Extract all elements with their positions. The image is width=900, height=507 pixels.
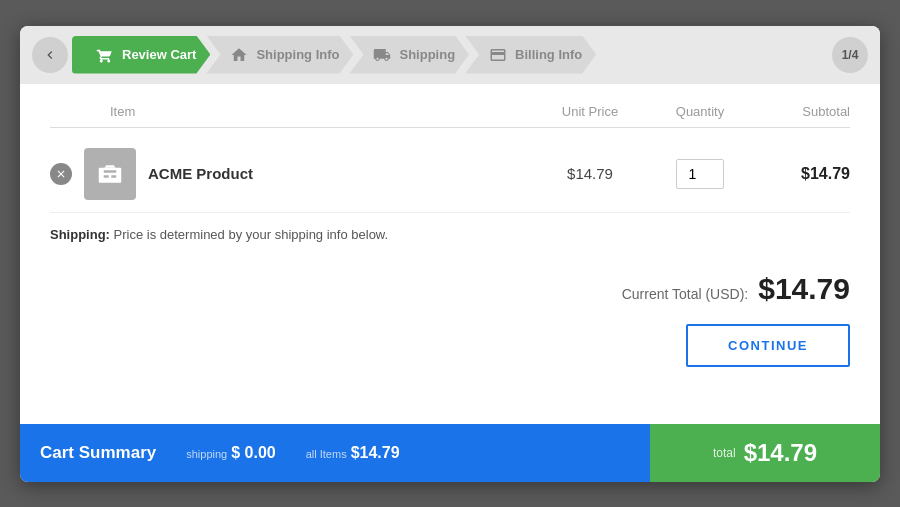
step-shipping-info-label: Shipping Info (256, 47, 339, 62)
header-unit-price: Unit Price (530, 104, 650, 119)
product-image (84, 148, 136, 200)
summary-all-items-value: $14.79 (351, 444, 400, 462)
step-review-cart-label: Review Cart (122, 47, 196, 62)
remove-item-button[interactable] (50, 163, 72, 185)
total-amount: $14.79 (758, 272, 850, 306)
continue-button[interactable]: CONTINUE (686, 324, 850, 367)
summary-right: total $14.79 (650, 424, 880, 482)
product-name: ACME Product (148, 165, 253, 182)
summary-shipping-value: $ 0.00 (231, 444, 275, 462)
step-billing[interactable]: Billing Info (465, 36, 596, 74)
summary-all-items: all Items $14.79 (306, 444, 400, 462)
header-item: Item (50, 104, 530, 119)
quantity-wrap (650, 159, 750, 189)
summary-total-label: total (713, 446, 736, 460)
cart-summary: Cart Summary shipping $ 0.00 all Items $… (20, 424, 880, 482)
total-row: Current Total (USD): $14.79 (50, 272, 850, 306)
back-button[interactable] (32, 37, 68, 73)
total-label: Current Total (USD): (622, 286, 749, 302)
header-subtotal: Subtotal (750, 104, 850, 119)
step-shipping-info[interactable]: Shipping Info (206, 36, 353, 74)
shipping-text: Price is determined by your shipping inf… (110, 227, 388, 242)
quantity-input[interactable] (676, 159, 724, 189)
summary-all-items-label: all Items (306, 448, 347, 460)
item-cell: ACME Product (50, 148, 530, 200)
unit-price: $14.79 (530, 165, 650, 182)
step-billing-label: Billing Info (515, 47, 582, 62)
header-quantity: Quantity (650, 104, 750, 119)
stepper: Review Cart Shipping Info Shipping Billi… (20, 26, 880, 84)
checkout-wrapper: Review Cart Shipping Info Shipping Billi… (20, 26, 880, 482)
summary-total-value: $14.79 (744, 439, 817, 467)
shipping-label: Shipping: (50, 227, 110, 242)
continue-wrap: CONTINUE (50, 324, 850, 367)
step-shipping[interactable]: Shipping (349, 36, 469, 74)
summary-title: Cart Summary (40, 443, 156, 463)
summary-shipping: shipping $ 0.00 (186, 444, 275, 462)
step-shipping-label: Shipping (399, 47, 455, 62)
main-content: Item Unit Price Quantity Subtotal ACME P… (20, 84, 880, 424)
table-row: ACME Product $14.79 $14.79 (50, 136, 850, 213)
shipping-note: Shipping: Price is determined by your sh… (50, 213, 850, 248)
summary-left: Cart Summary shipping $ 0.00 all Items $… (20, 424, 650, 482)
step-review-cart[interactable]: Review Cart (72, 36, 210, 74)
step-counter: 1/4 (832, 37, 868, 73)
summary-shipping-label: shipping (186, 448, 227, 460)
table-header: Item Unit Price Quantity Subtotal (50, 104, 850, 128)
subtotal: $14.79 (750, 165, 850, 183)
